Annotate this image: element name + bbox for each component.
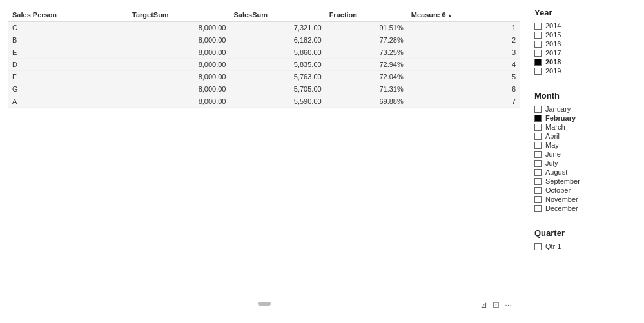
- month-checkbox-11[interactable]: [534, 205, 542, 212]
- table-cell: 7,321.00: [229, 22, 325, 34]
- quarter-checkbox-0[interactable]: [534, 243, 542, 250]
- table-row: D8,000.005,835.0072.94%4: [8, 59, 520, 71]
- table-cell: 6,182.00: [229, 34, 325, 46]
- month-checkbox-5[interactable]: [534, 151, 542, 158]
- col-salesperson[interactable]: Sales Person: [8, 8, 128, 22]
- year-checkbox-5[interactable]: [534, 68, 542, 75]
- month-checkbox-1[interactable]: [534, 115, 542, 122]
- month-filter-section: Month JanuaryFebruaryMarchAprilMayJuneJu…: [534, 91, 638, 213]
- table-cell: 8,000.00: [128, 46, 229, 59]
- year-label-5: 2019: [545, 67, 561, 75]
- month-label-9: October: [545, 186, 571, 194]
- table-row: E8,000.005,860.0073.25%3: [8, 46, 520, 59]
- year-item-4[interactable]: 2018: [534, 57, 638, 66]
- month-item-4[interactable]: May: [534, 141, 638, 150]
- year-item-5[interactable]: 2019: [534, 66, 638, 75]
- table-row: B8,000.006,182.0077.28%2: [8, 34, 520, 46]
- table-container: Sales Person TargetSum SalesSum Fraction…: [8, 8, 520, 315]
- table-cell: 72.94%: [326, 59, 407, 71]
- table-cell: 8,000.00: [128, 59, 229, 71]
- month-checkbox-9[interactable]: [534, 187, 542, 194]
- month-item-2[interactable]: March: [534, 122, 638, 132]
- month-checkbox-2[interactable]: [534, 124, 542, 131]
- table-cell: 8,000.00: [128, 34, 229, 46]
- month-item-8[interactable]: September: [534, 177, 638, 186]
- month-checkbox-6[interactable]: [534, 160, 542, 167]
- table-cell: 8,000.00: [128, 71, 229, 83]
- month-label-3: April: [545, 132, 560, 140]
- table-cell: 3: [407, 46, 520, 59]
- filter-icon[interactable]: ⊿: [480, 300, 487, 309]
- quarter-item-0[interactable]: Qtr 1: [534, 242, 638, 251]
- year-item-0[interactable]: 2014: [534, 21, 638, 30]
- month-label-5: June: [545, 150, 561, 158]
- table-cell: 8,000.00: [128, 83, 229, 95]
- table-cell: B: [8, 34, 128, 46]
- month-item-1[interactable]: February: [534, 113, 638, 122]
- quarter-filter-title: Quarter: [534, 228, 638, 238]
- year-label-1: 2015: [545, 31, 561, 39]
- month-label-7: August: [545, 168, 567, 176]
- month-item-9[interactable]: October: [534, 186, 638, 195]
- year-label-4: 2018: [545, 58, 561, 66]
- month-label-1: February: [545, 114, 576, 122]
- month-item-3[interactable]: April: [534, 132, 638, 141]
- month-label-11: December: [545, 204, 578, 212]
- table-cell: 69.88%: [326, 95, 407, 108]
- table-cell: 4: [407, 59, 520, 71]
- table-cell: 91.51%: [326, 22, 407, 34]
- table-cell: 71.31%: [326, 83, 407, 95]
- quarter-filter-section: Quarter Qtr 1: [534, 228, 638, 251]
- table-row: C8,000.007,321.0091.51%1: [8, 22, 520, 34]
- filter-panel: Year 201420152016201720182019 Month Janu…: [528, 0, 644, 323]
- table-cell: 5,590.00: [229, 95, 325, 108]
- year-checkbox-4[interactable]: [534, 59, 542, 66]
- year-item-2[interactable]: 2016: [534, 39, 638, 48]
- year-checkbox-0[interactable]: [534, 23, 542, 30]
- table-cell: 72.04%: [326, 71, 407, 83]
- month-item-0[interactable]: January: [534, 104, 638, 113]
- month-item-6[interactable]: July: [534, 159, 638, 168]
- month-label-0: January: [545, 105, 571, 113]
- table-cell: 6: [407, 83, 520, 95]
- month-checkbox-8[interactable]: [534, 178, 542, 185]
- month-checkbox-7[interactable]: [534, 169, 542, 176]
- table-cell: 2: [407, 34, 520, 46]
- table-cell: 5,763.00: [229, 71, 325, 83]
- month-item-11[interactable]: December: [534, 204, 638, 213]
- more-icon[interactable]: ···: [505, 300, 512, 309]
- table-cell: E: [8, 46, 128, 59]
- year-checkbox-2[interactable]: [534, 41, 542, 48]
- col-measure6[interactable]: Measure 6: [407, 8, 520, 22]
- table-cell: 7: [407, 95, 520, 108]
- month-checkbox-10[interactable]: [534, 196, 542, 203]
- month-item-7[interactable]: August: [534, 168, 638, 177]
- year-filter-section: Year 201420152016201720182019: [534, 8, 638, 75]
- year-label-0: 2014: [545, 22, 561, 30]
- month-item-10[interactable]: November: [534, 195, 638, 204]
- month-checkbox-4[interactable]: [534, 142, 542, 149]
- focus-icon[interactable]: ⊡: [493, 300, 500, 309]
- month-label-2: March: [545, 123, 565, 131]
- year-checkbox-3[interactable]: [534, 50, 542, 57]
- table-cell: 5,705.00: [229, 83, 325, 95]
- year-item-3[interactable]: 2017: [534, 48, 638, 57]
- table-row: F8,000.005,763.0072.04%5: [8, 71, 520, 83]
- year-checkbox-1[interactable]: [534, 32, 542, 39]
- table-cell: G: [8, 83, 128, 95]
- month-checkbox-0[interactable]: [534, 106, 542, 113]
- col-fraction[interactable]: Fraction: [326, 8, 407, 22]
- table-row: G8,000.005,705.0071.31%6: [8, 83, 520, 95]
- month-label-6: July: [545, 159, 558, 167]
- table-cell: 5,835.00: [229, 59, 325, 71]
- month-item-5[interactable]: June: [534, 150, 638, 159]
- table-cell: C: [8, 22, 128, 34]
- col-targetsum[interactable]: TargetSum: [128, 8, 229, 22]
- table-cell: 1: [407, 22, 520, 34]
- table-cell: 73.25%: [326, 46, 407, 59]
- month-checkbox-3[interactable]: [534, 133, 542, 140]
- year-item-1[interactable]: 2015: [534, 30, 638, 39]
- col-salessum[interactable]: SalesSum: [229, 8, 325, 22]
- horizontal-scrollbar[interactable]: [258, 302, 271, 306]
- table-cell: 8,000.00: [128, 95, 229, 108]
